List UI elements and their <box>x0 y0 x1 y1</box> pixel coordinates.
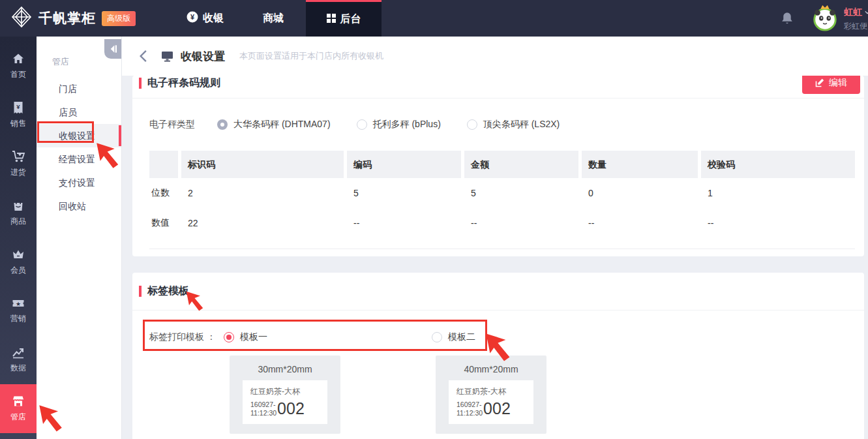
user-meta[interactable]: 虹虹 彩虹便 <box>844 7 868 32</box>
home-icon <box>12 52 25 65</box>
storefront-icon <box>12 395 25 408</box>
sidebar-item-goods[interactable]: 商品 <box>0 189 37 237</box>
yuan-circle-icon: ¥ <box>187 11 198 25</box>
label-section-title: 标签模板 <box>147 284 189 298</box>
col-header-amount: 金额 <box>464 151 578 178</box>
edit-pencil-icon <box>815 78 824 87</box>
sidebar-item-home[interactable]: 首页 <box>0 42 37 91</box>
label-preview-40x20: 40mm*20mm 红豆奶茶-大杯 160927- 11:12:30 002 <box>436 356 546 434</box>
user-name: 虹虹 <box>844 7 862 18</box>
chart-icon <box>12 346 25 359</box>
submenu-item-payment-settings[interactable]: 支付设置 <box>37 171 121 194</box>
svg-text:¥: ¥ <box>190 13 195 21</box>
shopping-bag-icon <box>12 199 25 212</box>
radio-unselected-icon <box>432 332 442 342</box>
topbar: 千帆掌柜 高级版 ¥ 收银 商城 后台 虹虹 彩虹便 <box>0 0 868 37</box>
nav-mall-label: 商城 <box>263 12 284 25</box>
monitor-icon <box>160 50 174 63</box>
nav-cashier-label: 收银 <box>203 12 224 25</box>
sidebar-item-marketing[interactable]: ★ 营销 <box>0 286 37 335</box>
crown-icon <box>12 248 25 261</box>
submenu-item-staff[interactable]: 店员 <box>37 100 121 124</box>
barcode-rules-panel: 电子秤条码规则 编辑 电子秤类型 大华条码秤 (DHTMA07) <box>132 76 864 256</box>
radio-scale-dingjian[interactable]: 顶尖条码秤 (LS2X) <box>467 119 560 130</box>
table-row-values: 数值 22 -- -- -- -- <box>149 208 855 238</box>
barcode-section-title: 电子秤条码规则 <box>147 76 220 90</box>
radio-unselected-icon <box>357 119 367 130</box>
sidebar-item-sales[interactable]: ¥ 销售 <box>0 91 37 140</box>
radio-unselected-icon <box>467 119 477 130</box>
cart-icon <box>12 150 25 163</box>
nav-mall[interactable]: 商城 <box>263 0 284 37</box>
svg-text:★: ★ <box>16 301 21 307</box>
primary-sidebar: 首页 ¥ 销售 进货 商品 会员 ★ 营销 数据 管店 <box>0 37 37 439</box>
section-marker <box>139 286 142 297</box>
secondary-sidebar: 管店 门店 店员 收银设置 经营设置 支付设置 回收站 <box>37 37 122 439</box>
table-row-digits: 位数 2 5 5 0 1 <box>149 178 855 208</box>
plan-badge: 高级版 <box>102 11 136 26</box>
nav-backend-label: 后台 <box>340 12 361 26</box>
sidebar-item-members[interactable]: 会员 <box>0 237 37 286</box>
brand[interactable]: 千帆掌柜 高级版 <box>0 6 136 31</box>
section-marker <box>139 78 142 89</box>
col-header-quantity: 数量 <box>582 151 698 178</box>
sidebar-item-data[interactable]: 数据 <box>0 335 37 384</box>
sidebar-item-store-management[interactable]: 管店 <box>0 384 37 433</box>
back-button[interactable] <box>139 50 147 63</box>
main-content: 收银设置 本页面设置适用于本门店内所有收银机 电子秤条码规则 编辑 电子秤类型 <box>122 37 868 439</box>
radio-scale-toledo[interactable]: 托利多秤 (bPlus) <box>357 119 441 130</box>
receipt-icon: ¥ <box>12 101 24 114</box>
label-preview-30x20: 30mm*20mm 红豆奶茶-大杯 160927- 11:12:30 002 <box>230 356 340 434</box>
radio-selected-disabled-icon <box>217 119 228 130</box>
submenu-item-stores[interactable]: 门店 <box>37 77 121 100</box>
grid-icon <box>327 14 336 25</box>
nav-cashier[interactable]: ¥ 收银 <box>187 0 224 37</box>
sidebar-collapse-toggle[interactable] <box>104 39 121 59</box>
nav-backend[interactable]: 后台 <box>306 0 382 37</box>
col-header-code: 编码 <box>347 151 461 178</box>
user-avatar[interactable] <box>811 5 839 32</box>
notification-bell-icon[interactable] <box>780 11 794 28</box>
submenu-item-recycle-bin[interactable]: 回收站 <box>37 194 121 218</box>
ticket-icon: ★ <box>12 297 25 309</box>
label-template-row: 标签打印模板 ： 模板一 模板二 <box>132 323 864 352</box>
scale-type-row: 电子秤类型 大华条码秤 (DHTMA07) 托利多秤 (bPlus) 顶尖条码秤… <box>132 98 864 151</box>
sidebar-item-purchase[interactable]: 进货 <box>0 140 37 189</box>
label-previews: 30mm*20mm 红豆奶茶-大杯 160927- 11:12:30 002 <box>132 356 864 434</box>
submenu-item-business-settings[interactable]: 经营设置 <box>37 147 121 171</box>
edit-button[interactable]: 编辑 <box>802 76 860 94</box>
label-template-panel: 标签模板 标签打印模板 ： 模板一 模板二 30mm <box>132 273 864 439</box>
chevron-down-icon <box>865 10 868 14</box>
page-title: 收银设置 <box>181 49 225 64</box>
svg-text:¥: ¥ <box>16 103 20 110</box>
page-header: 收银设置 本页面设置适用于本门店内所有收银机 <box>122 37 868 76</box>
brand-name: 千帆掌柜 <box>38 9 96 27</box>
radio-template-one[interactable]: 模板一 <box>224 331 267 343</box>
brand-logo-icon <box>10 6 33 31</box>
radio-scale-dahua[interactable]: 大华条码秤 (DHTMA07) <box>217 119 331 130</box>
user-store: 彩虹便 <box>844 21 868 32</box>
label-paper: 红豆奶茶-大杯 160927- 11:12:30 002 <box>243 380 327 424</box>
col-header-checkcode: 校验码 <box>701 151 855 178</box>
radio-selected-icon <box>224 332 234 342</box>
barcode-rule-table: 标识码 编码 金额 数量 校验码 位数 2 5 5 0 1 <box>149 151 855 249</box>
print-template-label: 标签打印模板 ： <box>149 331 216 343</box>
radio-template-two[interactable]: 模板二 <box>432 331 475 343</box>
label-paper: 红豆奶茶-大杯 160927- 11:12:30 002 <box>449 380 533 424</box>
scale-type-label: 电子秤类型 <box>149 119 217 130</box>
col-header-identifier: 标识码 <box>181 151 344 178</box>
submenu-item-cashier-settings[interactable]: 收银设置 <box>37 124 121 147</box>
page-subtitle: 本页面设置适用于本门店内所有收银机 <box>239 50 383 62</box>
